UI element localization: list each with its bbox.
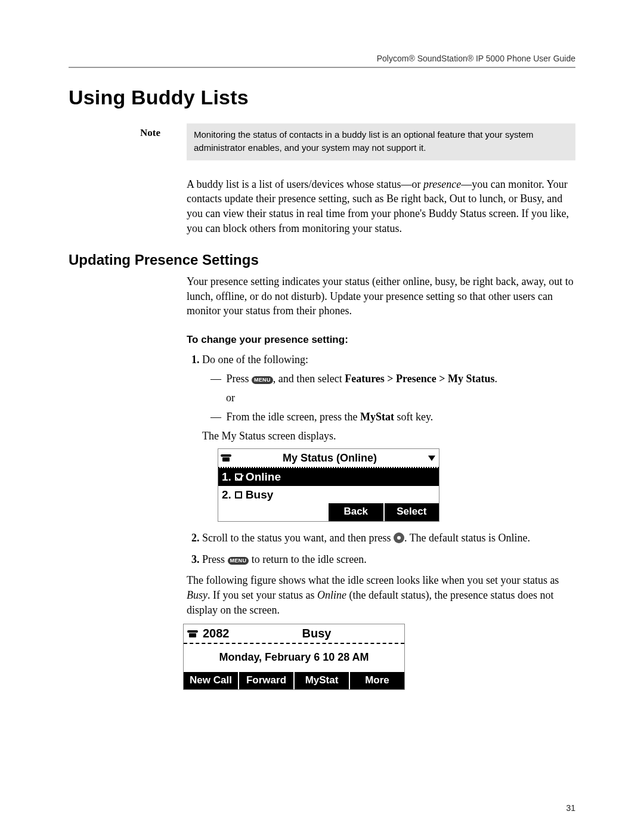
step2-b: . The default status is Online. — [404, 532, 530, 544]
step1-or: or — [210, 390, 575, 405]
lcd1-softkeys: Back Select — [218, 503, 439, 521]
step3-a: Press — [202, 553, 228, 565]
lcd1-sk-back: Back — [327, 503, 383, 521]
step1-d1-bold: Features > Presence > My Status — [345, 373, 494, 385]
step1-d1-a: Press — [227, 373, 252, 385]
after-em2: Online — [317, 589, 346, 601]
lcd1-row1-label: Online — [246, 469, 281, 485]
lcd1-row-online: 1. Online — [218, 468, 439, 486]
lcd-my-status-screen: My Status (Online) 1. Online 2. Busy — [218, 448, 439, 522]
step-1: Do one of the following: Press MENU, and… — [202, 352, 575, 522]
lcd2-sk-forward: Forward — [238, 672, 293, 689]
lcd1-sk-blank2 — [273, 503, 328, 521]
lcd1-title: My Status (Online) — [231, 450, 428, 466]
subsection-paragraph: Your presence setting indicates your sta… — [187, 274, 575, 690]
lcd2-dateline: Monday, February 6 10 28 AM — [184, 644, 404, 672]
subsection-title: Updating Presence Settings — [69, 252, 575, 268]
step2-a: Scroll to the status you want, and then … — [202, 532, 394, 544]
arrow-down-icon — [428, 456, 435, 461]
lcd2-status: Busy — [233, 625, 401, 642]
lcd1-row1-index: 1. — [222, 469, 231, 485]
intro-paragraph: A buddy list is a list of users/devices … — [187, 177, 575, 236]
step3-b: to return to the idle screen. — [249, 553, 366, 565]
note-text: Monitoring the status of contacts in a b… — [187, 123, 575, 160]
note-label: Note — [140, 123, 187, 139]
select-key-icon — [394, 532, 404, 543]
phone-icon — [187, 630, 198, 637]
lcd1-row2-index: 2. — [222, 487, 231, 503]
step1-d1-c: . — [494, 373, 497, 385]
lcd1-titlebar: My Status (Online) — [218, 449, 439, 468]
lcd2-sk-more: More — [349, 672, 404, 689]
note-block: Note Monitoring the status of contacts i… — [140, 123, 575, 160]
intro-em-presence: presence — [423, 178, 461, 190]
step1-d2-bold: MyStat — [360, 411, 394, 423]
procedure-heading: To change your presence setting: — [187, 333, 575, 346]
subsection-text: Your presence setting indicates your sta… — [187, 274, 575, 318]
after-a: The following figure shows what the idle… — [187, 574, 559, 586]
checkbox-icon — [235, 491, 242, 498]
menu-key-icon: MENU — [252, 376, 273, 384]
step1-option-2: From the idle screen, press the MyStat s… — [210, 409, 575, 425]
procedure-steps: Do one of the following: Press MENU, and… — [187, 352, 575, 567]
lcd2-topbar: 2082 Busy — [184, 624, 404, 645]
step1-d2-b: soft key. — [394, 411, 433, 423]
lcd-idle-screen: 2082 Busy Monday, February 6 10 28 AM Ne… — [183, 624, 405, 690]
section-title: Using Buddy Lists — [69, 86, 575, 109]
intro-text-a: A buddy list is a list of users/devices … — [187, 178, 423, 190]
lcd2-softkeys: New Call Forward MyStat More — [184, 672, 404, 689]
menu-key-icon: MENU — [228, 557, 249, 565]
header-guide-title: Polycom® SoundStation® IP 5000 Phone Use… — [69, 54, 575, 63]
step1-d2-a: From the idle screen, press the — [227, 411, 360, 423]
lcd1-row-busy: 2. Busy — [218, 486, 439, 504]
step1-option-1: Press MENU, and then select Features > P… — [210, 371, 575, 386]
page-number: 31 — [566, 803, 575, 813]
step-3: Press MENU to return to the idle screen. — [202, 552, 575, 567]
checkbox-checked-icon — [235, 473, 242, 481]
lcd1-sk-select: Select — [383, 503, 439, 521]
header-rule — [69, 67, 575, 68]
step1-intro: Do one of the following: — [202, 354, 308, 366]
lcd1-row2-label: Busy — [246, 487, 273, 503]
step-2: Scroll to the status you want, and then … — [202, 530, 575, 546]
after-steps-paragraph: The following figure shows what the idle… — [187, 573, 575, 617]
phone-icon — [221, 454, 231, 462]
after-em1: Busy — [187, 589, 208, 601]
lcd2-sk-mystat: MyStat — [293, 672, 349, 689]
step1-result: The My Status screen displays. — [197, 428, 575, 444]
step1-d1-b: , and then select — [273, 373, 345, 385]
lcd2-sk-newcall: New Call — [184, 672, 238, 689]
lcd1-sk-blank1 — [218, 503, 273, 521]
document-page: Polycom® SoundStation® IP 5000 Phone Use… — [0, 0, 644, 833]
after-b: . If you set your status as — [208, 589, 317, 601]
